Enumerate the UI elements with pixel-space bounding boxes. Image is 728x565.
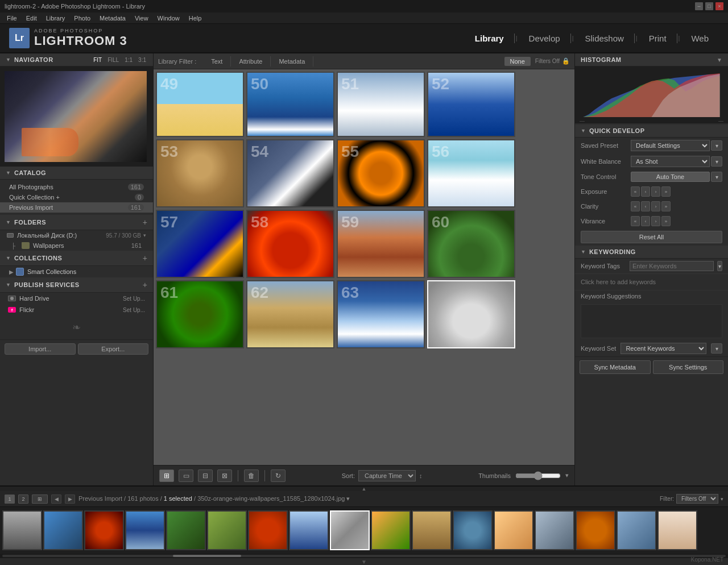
menu-window[interactable]: Window: [153, 15, 184, 22]
photo-cell-lion[interactable]: 53: [156, 139, 244, 207]
photo-cell-bird[interactable]: 56: [427, 139, 515, 207]
collections-header[interactable]: ▼ Collections +: [0, 251, 153, 266]
vibrance-left[interactable]: ‹: [641, 216, 650, 226]
menu-file[interactable]: File: [2, 15, 22, 22]
zoom-1-1[interactable]: 1:1: [123, 57, 134, 63]
menu-photo[interactable]: Photo: [69, 15, 95, 22]
film-thumb-5[interactable]: [166, 510, 206, 550]
nav-web[interactable]: Web: [681, 34, 719, 43]
catalog-previous-import[interactable]: Previous Import 161: [0, 202, 153, 213]
white-balance-arrow[interactable]: ▾: [711, 156, 722, 167]
delete-btn[interactable]: 🗑: [244, 470, 259, 482]
photo-cell-pyramids[interactable]: 62: [246, 280, 334, 348]
filmstrip-next-btn[interactable]: ▶: [65, 495, 75, 504]
view-compare-btn[interactable]: ⊟: [198, 470, 213, 482]
filmstrip-scrollbar[interactable]: [0, 554, 728, 558]
filter-none[interactable]: None: [504, 57, 531, 66]
filter-metadata[interactable]: Metadata: [271, 56, 313, 67]
keyword-arrow[interactable]: ▾: [717, 261, 722, 271]
catalog-all-photos[interactable]: All Photographs 161: [0, 182, 153, 192]
menu-edit[interactable]: Edit: [22, 15, 42, 22]
film-thumb-13[interactable]: [494, 510, 533, 550]
vibrance-dleft[interactable]: «: [631, 216, 640, 226]
import-button[interactable]: Import...: [5, 343, 76, 355]
clarity-left[interactable]: ‹: [641, 201, 650, 211]
publish-add-icon[interactable]: +: [143, 280, 147, 289]
film-thumb-12[interactable]: [453, 510, 493, 550]
film-thumb-3[interactable]: [84, 510, 124, 550]
zoom-fill[interactable]: FILL: [106, 57, 120, 63]
export-button[interactable]: Export...: [78, 343, 149, 355]
hard-drive-setup[interactable]: Set Up...: [123, 296, 145, 302]
click-add-keywords[interactable]: Click here to add keywords: [575, 273, 728, 290]
sort-direction-icon[interactable]: ↕: [419, 472, 423, 479]
rotate-btn[interactable]: ↻: [271, 470, 286, 482]
filter-attribute[interactable]: Attribute: [231, 56, 271, 67]
filmstrip-bottom-arrow[interactable]: ▼: [0, 558, 728, 565]
close-btn[interactable]: ×: [715, 2, 723, 10]
folder-wallpapers[interactable]: ├ Wallpapers 161: [0, 240, 153, 251]
photo-cell-surf[interactable]: 52: [427, 72, 515, 137]
exposure-right[interactable]: ›: [651, 186, 660, 197]
photo-cell-tiger[interactable]: 55: [337, 139, 425, 207]
photo-cell-eagle[interactable]: 54: [246, 139, 334, 207]
exposure-left[interactable]: ‹: [641, 186, 650, 197]
film-thumb-14[interactable]: [535, 510, 574, 550]
saved-preset-select[interactable]: Default Settings: [631, 140, 710, 151]
film-thumb-8[interactable]: [289, 510, 329, 550]
collections-add-icon[interactable]: +: [143, 254, 147, 263]
film-thumb-11[interactable]: [412, 510, 452, 550]
flickr-setup[interactable]: Set Up...: [123, 307, 145, 313]
filmstrip-grid-btn[interactable]: ⊞: [32, 495, 48, 504]
quick-develop-header[interactable]: ▼ Quick Develop: [575, 124, 728, 138]
film-thumb-2[interactable]: [43, 510, 83, 550]
film-thumb-1[interactable]: [2, 510, 42, 550]
film-thumb-6[interactable]: [207, 510, 247, 550]
photo-grid[interactable]: 49 50 51 52: [154, 69, 574, 465]
photo-cell-beach[interactable]: 49: [156, 72, 244, 137]
filter-text[interactable]: Text: [203, 56, 231, 67]
clarity-dright[interactable]: »: [661, 201, 671, 211]
maximize-btn[interactable]: □: [705, 2, 713, 10]
nav-develop[interactable]: Develop: [519, 34, 571, 43]
filmstrip-filter-select[interactable]: Filters Off: [676, 494, 718, 504]
film-thumb-16[interactable]: [617, 510, 656, 550]
film-thumb-17[interactable]: [657, 510, 697, 550]
photo-cell-leaves[interactable]: 61: [156, 280, 244, 348]
drive-item[interactable]: Локальный Диск (D:) 95.7 / 300 GB ▾: [0, 230, 153, 240]
page-1-btn[interactable]: 1: [5, 495, 15, 504]
exposure-dleft[interactable]: «: [631, 186, 640, 197]
navigator-preview[interactable]: [0, 67, 153, 167]
page-2-btn[interactable]: 2: [18, 495, 28, 504]
photo-cell-wave[interactable]: 50: [246, 72, 334, 137]
keywording-header[interactable]: ▼ Keywording: [575, 246, 728, 259]
folders-add-icon[interactable]: +: [143, 218, 147, 227]
vibrance-right[interactable]: ›: [651, 216, 660, 226]
film-thumb-9[interactable]: [330, 510, 370, 550]
film-thumb-15[interactable]: [576, 510, 615, 550]
nav-slideshow[interactable]: Slideshow: [574, 34, 634, 43]
sync-metadata-btn[interactable]: Sync Metadata: [580, 360, 651, 374]
photo-cell-snow[interactable]: 51: [337, 72, 425, 137]
sync-settings-btn[interactable]: Sync Settings: [653, 360, 724, 374]
photo-cell-toucan[interactable]: 57: [156, 210, 244, 278]
nav-print[interactable]: Print: [639, 34, 677, 43]
histogram-header[interactable]: Histogram ▼: [575, 53, 728, 67]
view-survey-btn[interactable]: ⊠: [217, 470, 232, 482]
menu-library[interactable]: Library: [42, 15, 70, 22]
film-thumb-10[interactable]: [371, 510, 411, 550]
catalog-header[interactable]: ▼ Catalog: [0, 167, 153, 180]
sort-select[interactable]: Capture Time File Name Rating: [358, 470, 416, 481]
tone-arrow[interactable]: ▾: [711, 172, 722, 182]
filmstrip-prev-btn[interactable]: ◀: [51, 495, 61, 504]
menu-metadata[interactable]: Metadata: [95, 15, 130, 22]
exposure-dright[interactable]: »: [661, 186, 671, 197]
thumbnail-size-slider[interactable]: [515, 471, 561, 480]
zoom-3-1[interactable]: 3:1: [137, 57, 147, 63]
reset-all-button[interactable]: Reset All: [581, 231, 722, 243]
publish-flickr[interactable]: f Flickr Set Up...: [0, 304, 153, 315]
zoom-fit[interactable]: FIT: [92, 57, 103, 63]
filmstrip-top-arrow[interactable]: ▲: [0, 487, 728, 491]
folders-header[interactable]: ▼ Folders +: [0, 215, 153, 230]
clarity-dleft[interactable]: «: [631, 201, 640, 211]
